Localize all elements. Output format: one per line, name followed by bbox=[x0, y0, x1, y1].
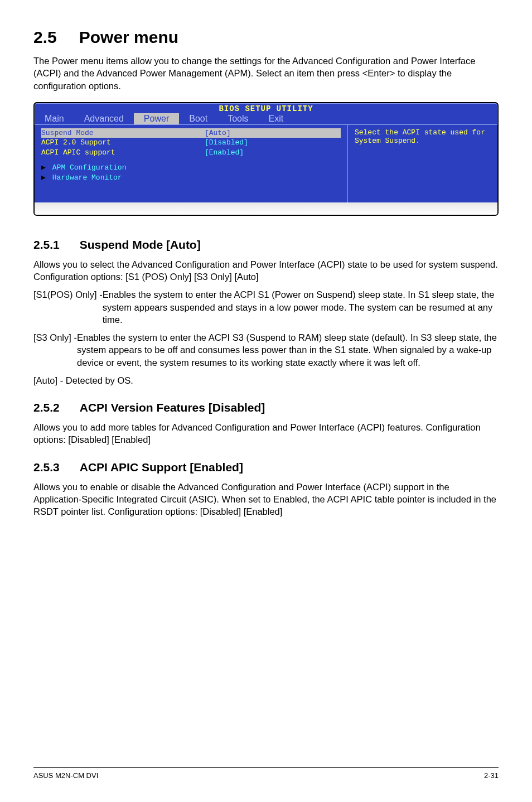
bios-help-pane: Select the ACPI state used for System Su… bbox=[348, 125, 497, 202]
option-s3: [S3 Only] - Enables the system to enter … bbox=[33, 331, 499, 369]
option-label: [S1(POS) Only] - bbox=[33, 288, 103, 326]
subsection-title: ACPI Version Features [Disabled] bbox=[80, 401, 265, 414]
spacer bbox=[41, 157, 341, 163]
triangle-icon: ▶ bbox=[41, 163, 48, 173]
section-intro: The Power menu items allow you to change… bbox=[33, 55, 499, 92]
bios-row-acpi20: ACPI 2.0 Support [Disabled] bbox=[41, 138, 341, 148]
paragraph: Allows you to enable or disable the Adva… bbox=[33, 481, 499, 518]
paragraph: Allows you to add more tables for Advanc… bbox=[33, 421, 499, 446]
subsection-heading-253: 2.5.3ACPI APIC Support [Enabled] bbox=[33, 461, 499, 474]
bios-submenu-hwmon: ▶ Hardware Monitor bbox=[41, 173, 341, 183]
bios-submenu-label: Hardware Monitor bbox=[52, 173, 122, 182]
bios-label: ACPI 2.0 Support bbox=[41, 138, 205, 148]
bios-tab-boot: Boot bbox=[179, 113, 217, 124]
bios-row-acpiapic: ACPI APIC support [Enabled] bbox=[41, 148, 341, 158]
bios-header: BIOS SETUP UTILITY Main Advanced Power B… bbox=[35, 103, 497, 124]
section-title: Power menu bbox=[79, 28, 178, 46]
option-label: [S3 Only] - bbox=[33, 331, 77, 369]
footer-right: 2-31 bbox=[484, 771, 499, 780]
bios-title: BIOS SETUP UTILITY bbox=[35, 103, 497, 113]
subsection-title: Suspend Mode [Auto] bbox=[80, 238, 201, 251]
section-number: 2.5 bbox=[33, 28, 57, 47]
triangle-icon: ▶ bbox=[41, 173, 48, 183]
bios-value: [Disabled] bbox=[205, 138, 341, 148]
bios-tab-power: Power bbox=[134, 113, 179, 124]
section-heading: 2.5Power menu bbox=[33, 28, 499, 47]
subsection-heading-252: 2.5.2ACPI Version Features [Disabled] bbox=[33, 401, 499, 414]
page-footer: ASUS M2N-CM DVI 2-31 bbox=[33, 767, 499, 780]
bios-tab-exit: Exit bbox=[259, 113, 294, 124]
bios-value: [Enabled] bbox=[205, 148, 341, 158]
bios-help-text: Select the ACPI state used for System Su… bbox=[355, 128, 491, 145]
bios-tab-bar: Main Advanced Power Boot Tools Exit bbox=[35, 113, 497, 124]
option-auto: [Auto] - Detected by OS. bbox=[33, 374, 499, 386]
bios-left-pane: Suspend Mode [Auto] ACPI 2.0 Support [Di… bbox=[35, 125, 348, 202]
bios-label: Suspend Mode bbox=[41, 128, 205, 138]
bios-submenu-label: APM Configuration bbox=[52, 163, 127, 172]
option-text: Enables the system to enter the ACPI S1 … bbox=[103, 288, 499, 326]
bios-row-suspend: Suspend Mode [Auto] bbox=[41, 128, 341, 138]
bios-label: ACPI APIC support bbox=[41, 148, 205, 158]
subsection-title: ACPI APIC Support [Enabled] bbox=[80, 461, 243, 474]
bios-tab-main: Main bbox=[35, 113, 74, 124]
subsection-heading-251: 2.5.1Suspend Mode [Auto] bbox=[33, 238, 499, 252]
option-s1: [S1(POS) Only] - Enables the system to e… bbox=[33, 288, 499, 326]
bios-tab-tools: Tools bbox=[217, 113, 258, 124]
bios-fade bbox=[35, 202, 497, 215]
bios-body: Suspend Mode [Auto] ACPI 2.0 Support [Di… bbox=[35, 124, 497, 202]
subsection-number: 2.5.3 bbox=[33, 461, 60, 474]
subsection-number: 2.5.2 bbox=[33, 401, 60, 414]
bios-tab-advanced: Advanced bbox=[74, 113, 134, 124]
bios-screenshot: BIOS SETUP UTILITY Main Advanced Power B… bbox=[33, 102, 499, 216]
footer-left: ASUS M2N-CM DVI bbox=[33, 771, 98, 780]
subsection-number: 2.5.1 bbox=[33, 238, 60, 252]
bios-submenu-apm: ▶ APM Configuration bbox=[41, 163, 341, 173]
paragraph: Allows you to select the Advanced Config… bbox=[33, 258, 499, 283]
bios-value: [Auto] bbox=[205, 128, 341, 138]
option-text: Enables the system to enter the ACPI S3 … bbox=[77, 331, 499, 369]
